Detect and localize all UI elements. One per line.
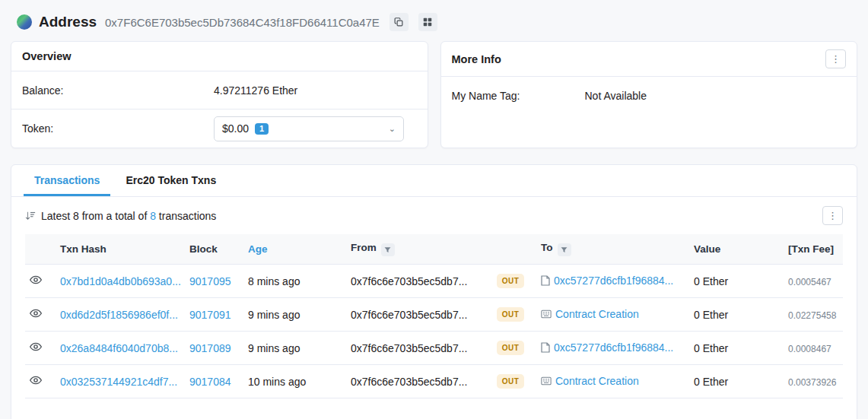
summary-text: Latest 8 from a total of 8 transactions (41, 210, 216, 222)
txn-hash-link[interactable]: 0x7bd1d0a4db0b693a0... (60, 275, 181, 287)
value-text: 0 Ether (694, 376, 728, 388)
block-link[interactable]: 9017084 (189, 376, 231, 388)
contract-file-icon (541, 342, 550, 353)
contract-creation-link[interactable]: Contract Creation (555, 308, 639, 320)
token-count-badge: 1 (255, 123, 269, 135)
token-dropdown[interactable]: $0.00 1 ⌄ (214, 116, 404, 141)
from-address: 0x7f6c6e703b5ec5db7... (351, 342, 467, 354)
age-text: 8 mins ago (248, 275, 300, 287)
direction-badge: OUT (497, 341, 524, 355)
eye-icon[interactable] (27, 274, 42, 286)
eye-icon[interactable] (27, 374, 42, 386)
chevron-down-icon: ⌄ (389, 124, 396, 134)
tab-transactions[interactable]: Transactions (24, 165, 110, 196)
col-age: Age (246, 234, 349, 265)
overview-card: Overview Balance: 4.97211276 Ether Token… (11, 41, 428, 148)
from-address: 0x7f6c6e703b5ec5db7... (351, 309, 467, 321)
overview-title: Overview (22, 50, 72, 62)
contract-creation-icon (541, 376, 552, 386)
summary-prefix: Latest 8 from a total of (41, 210, 150, 222)
more-info-card-header: More Info ⋮ (441, 42, 857, 77)
contract-creation-icon (541, 309, 552, 319)
table-row: 0x26a8484f6040d70b8... 9017089 9 mins ag… (25, 332, 843, 365)
token-value: $0.00 (222, 122, 249, 135)
summary-cards-row: Overview Balance: 4.97211276 Ether Token… (0, 41, 868, 148)
table-header-row: Txn Hash Block Age From To Value [Txn Fe… (25, 234, 843, 265)
transactions-table-wrap: Txn Hash Block Age From To Value [Txn Fe… (11, 233, 857, 398)
contract-creation-link[interactable]: Contract Creation (555, 375, 639, 387)
col-block: Block (188, 234, 246, 265)
from-address: 0x7f6c6e703b5ec5db7... (351, 275, 467, 287)
overview-card-header: Overview (11, 42, 428, 71)
table-row: 0x7bd1d0a4db0b693a0... 9017095 8 mins ag… (25, 265, 843, 298)
eye-icon[interactable] (27, 307, 42, 319)
col-txn-hash: Txn Hash (59, 234, 188, 265)
direction-badge: OUT (497, 374, 524, 389)
more-info-title: More Info (452, 53, 501, 65)
block-link[interactable]: 9017095 (189, 275, 231, 287)
age-text: 9 mins ago (248, 342, 300, 354)
sort-icon (25, 211, 36, 221)
age-header-link[interactable]: Age (248, 243, 268, 255)
kebab-icon: ⋮ (828, 211, 838, 221)
value-text: 0 Ether (694, 342, 728, 354)
kebab-icon: ⋮ (831, 54, 841, 64)
more-info-card: More Info ⋮ My Name Tag: Not Available (440, 41, 858, 148)
transactions-menu-button[interactable]: ⋮ (822, 206, 843, 225)
txn-hash-link[interactable]: 0x26a8484f6040d70b8... (60, 342, 178, 354)
balance-value: 4.97211276 Ether (214, 84, 297, 97)
table-row: 0x032537144921c4df7... 9017084 10 mins a… (25, 365, 843, 398)
direction-badge: OUT (497, 307, 524, 322)
summary-count-link[interactable]: 8 (150, 210, 156, 222)
transactions-card: Transactions Erc20 Token Txns Latest 8 f… (11, 164, 857, 419)
to-address-link[interactable]: 0xc57277d6cfb1f96884... (554, 275, 673, 287)
value-text: 0 Ether (694, 275, 728, 287)
block-link[interactable]: 9017091 (189, 309, 231, 321)
address-hash: 0x7F6C6E703b5ec5Db73684C43f18FD66411C0a4… (105, 16, 380, 29)
name-tag-row: My Name Tag: Not Available (441, 77, 857, 115)
name-tag-value: Not Available (585, 90, 647, 102)
eye-icon[interactable] (27, 341, 42, 353)
to-address-link[interactable]: 0xc57277d6cfb1f96884... (554, 341, 673, 354)
transactions-table: Txn Hash Block Age From To Value [Txn Fe… (25, 234, 843, 398)
col-from: From (349, 234, 495, 265)
col-txn-fee: [Txn Fee] (787, 234, 843, 265)
name-tag-label: My Name Tag: (452, 90, 585, 102)
contract-file-icon (541, 275, 550, 286)
copy-icon (394, 17, 403, 27)
txn-fee-text: 0.02275458 (788, 310, 836, 321)
age-text: 9 mins ago (248, 309, 300, 321)
value-text: 0 Ether (694, 309, 728, 321)
balance-label: Balance: (22, 84, 214, 97)
token-row: Token: $0.00 1 ⌄ (11, 110, 428, 148)
to-filter-icon[interactable] (558, 243, 571, 256)
from-header-label: From (351, 242, 377, 253)
address-identicon-icon (17, 14, 32, 30)
txn-hash-link[interactable]: 0xd6d2d5f1856986ef0f... (60, 309, 178, 321)
from-address: 0x7f6c6e703b5ec5db7... (351, 376, 467, 388)
txn-hash-link[interactable]: 0x032537144921c4df7... (60, 376, 177, 388)
tab-erc20-token-txns[interactable]: Erc20 Token Txns (115, 165, 227, 196)
block-link[interactable]: 9017089 (189, 342, 231, 354)
txn-fee-text: 0.00373926 (788, 377, 836, 388)
txn-fee-text: 0.0008467 (788, 344, 831, 354)
direction-badge: OUT (497, 274, 524, 288)
more-info-menu-button[interactable]: ⋮ (825, 49, 846, 68)
copy-address-button[interactable] (389, 13, 409, 31)
col-value: Value (692, 234, 787, 265)
txn-fee-text: 0.0005467 (788, 277, 831, 287)
token-label: Token: (22, 122, 214, 135)
transactions-toolbar: Latest 8 from a total of 8 transactions … (11, 197, 857, 233)
from-filter-icon[interactable] (381, 243, 395, 256)
col-eye (25, 234, 59, 265)
page-title: Address (39, 14, 97, 30)
page-header: Address 0x7F6C6E703b5ec5Db73684C43f18FD6… (0, 0, 868, 41)
tab-bar: Transactions Erc20 Token Txns (11, 165, 857, 197)
qr-code-button[interactable] (418, 13, 437, 31)
age-text: 10 mins ago (248, 376, 306, 388)
col-direction (495, 234, 539, 265)
to-header-label: To (541, 242, 553, 253)
table-row: 0xd6d2d5f1856986ef0f... 9017091 9 mins a… (25, 298, 843, 332)
transactions-summary: Latest 8 from a total of 8 transactions (25, 210, 216, 222)
grid-icon (423, 17, 432, 27)
